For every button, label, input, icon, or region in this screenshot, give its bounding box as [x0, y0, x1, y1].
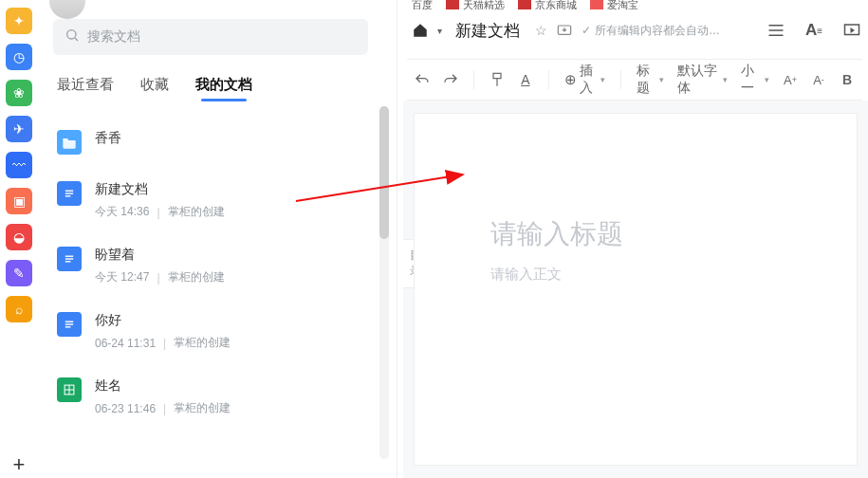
- menu-icon[interactable]: [766, 20, 786, 41]
- svg-rect-2: [65, 191, 73, 192]
- bookmark-bar: 百度 天猫精选 京东商城 爱淘宝: [412, 0, 868, 9]
- scroll-thumb[interactable]: [379, 106, 389, 239]
- tab-my-docs[interactable]: 我的文档: [195, 76, 252, 100]
- home-button[interactable]: [407, 17, 434, 44]
- heading-select[interactable]: 标题▾: [633, 66, 669, 93]
- doc-header: ▾ 新建文档 ☆ ✓ 所有编辑内容都会自动… A≡: [407, 17, 862, 44]
- sync-status: ✓ 所有编辑内容都会自动…: [582, 23, 720, 39]
- presentation-icon[interactable]: [841, 20, 862, 41]
- pdf-icon[interactable]: ◒: [6, 224, 32, 250]
- search-icon: [65, 28, 80, 46]
- size-select[interactable]: 小一▾: [737, 66, 773, 93]
- item-title: 盼望着: [95, 247, 364, 264]
- editor-pane: 百度 天猫精选 京东商城 爱淘宝 ▾ 新建文档 ☆ ✓ 所有编辑内容都会自动… …: [397, 0, 868, 478]
- svg-rect-19: [493, 73, 501, 78]
- svg-rect-9: [65, 323, 73, 324]
- move-to-icon[interactable]: [557, 23, 572, 39]
- editor-toolbar: A ⊕插入▾ 标题▾ 默认字体▾ 小一▾ A+ A- B: [407, 59, 862, 101]
- clock-icon[interactable]: ◷: [6, 44, 32, 70]
- font-increase-button[interactable]: A+: [779, 66, 802, 93]
- body-placeholder[interactable]: 请输入正文: [490, 266, 562, 284]
- item-meta: 今天 14:36|掌柜的创建: [95, 204, 364, 220]
- document-list: 香香 新建文档 今天 14:36|掌柜的创建 盼望着 今天 12:47|掌柜的创…: [42, 109, 379, 437]
- svg-rect-7: [65, 261, 71, 262]
- doc-icon: [57, 247, 82, 271]
- star-icon[interactable]: ☆: [535, 23, 547, 38]
- svg-rect-8: [65, 322, 73, 322]
- tab-favorites[interactable]: 收藏: [140, 76, 169, 100]
- item-title: 新建文档: [95, 181, 364, 198]
- check-circle-icon: ✓: [582, 24, 591, 37]
- chart-icon[interactable]: 〰: [6, 152, 32, 178]
- font-decrease-button[interactable]: A-: [807, 66, 830, 93]
- bookmark-item[interactable]: 天猫精选: [446, 0, 505, 9]
- bookmark-item[interactable]: 百度: [412, 0, 433, 9]
- clear-format-button[interactable]: A: [514, 66, 537, 93]
- svg-rect-3: [65, 193, 73, 193]
- item-title: 姓名: [95, 377, 364, 395]
- sidebar-panel: 搜索文档 最近查看 收藏 我的文档 香香 新建文档 今天 14:36|掌柜的创建…: [42, 0, 379, 478]
- list-item[interactable]: 新建文档 今天 14:36|掌柜的创建: [42, 168, 379, 233]
- tab-recent[interactable]: 最近查看: [57, 76, 114, 100]
- font-style-icon[interactable]: A≡: [803, 20, 824, 41]
- item-meta: 今天 12:47|掌柜的创建: [95, 269, 364, 285]
- list-item[interactable]: 盼望着 今天 12:47|掌柜的创建: [42, 233, 379, 299]
- title-placeholder[interactable]: 请输入标题: [490, 216, 623, 252]
- bookmark-item[interactable]: 京东商城: [518, 0, 577, 9]
- doc-icon: [57, 312, 82, 337]
- bold-button[interactable]: B: [836, 66, 859, 93]
- list-item[interactable]: 姓名 06-23 11:46|掌柜的创建: [42, 364, 379, 430]
- undo-button[interactable]: [411, 66, 434, 93]
- list-item[interactable]: 香香: [42, 117, 379, 168]
- search-input[interactable]: 搜索文档: [53, 19, 368, 55]
- svg-rect-4: [65, 195, 71, 196]
- item-title: 你好: [95, 312, 364, 329]
- svg-rect-6: [65, 258, 73, 259]
- insert-button[interactable]: ⊕插入▾: [561, 66, 609, 93]
- avatar[interactable]: [49, 0, 85, 19]
- item-title: 香香: [95, 130, 364, 147]
- media-icon[interactable]: ▣: [6, 188, 32, 214]
- wechat-icon[interactable]: ❀: [6, 80, 32, 106]
- chevron-down-icon[interactable]: ▾: [437, 26, 442, 36]
- star-app-icon[interactable]: ✈: [6, 116, 32, 142]
- sidebar-scrollbar[interactable]: [379, 106, 389, 459]
- svg-rect-10: [65, 326, 71, 327]
- left-rail: ✦ ◷ ❀ ✈ 〰 ▣ ◒ ✎ ⌕ +: [0, 0, 38, 478]
- redo-button[interactable]: [439, 66, 462, 93]
- sheet-icon: [57, 377, 82, 402]
- document-page[interactable]: 请输入标题 请输入正文: [415, 114, 857, 465]
- list-item[interactable]: 你好 06-24 11:31|掌柜的创建: [42, 299, 379, 364]
- doc-icon: [57, 181, 82, 206]
- item-meta: 06-23 11:46|掌柜的创建: [95, 400, 364, 416]
- add-app-button[interactable]: +: [6, 451, 32, 478]
- bookmark-item[interactable]: 爱淘宝: [590, 0, 638, 9]
- doc-title[interactable]: 新建文档: [455, 20, 520, 42]
- editor-canvas: 目 录 请输入标题 请输入正文: [403, 101, 868, 478]
- search-placeholder: 搜索文档: [87, 28, 140, 46]
- item-meta: 06-24 11:31|掌柜的创建: [95, 335, 364, 351]
- svg-line-1: [75, 38, 78, 41]
- folder-icon: [57, 130, 82, 155]
- home-icon[interactable]: ✦: [6, 8, 32, 34]
- edit-icon[interactable]: ✎: [6, 260, 32, 286]
- sidebar-tabs: 最近查看 收藏 我的文档: [42, 55, 379, 109]
- svg-point-0: [67, 30, 76, 39]
- svg-rect-5: [65, 256, 73, 257]
- format-painter-button[interactable]: [486, 66, 508, 93]
- search-icon-rail[interactable]: ⌕: [6, 296, 32, 322]
- font-select[interactable]: 默认字体▾: [674, 66, 731, 93]
